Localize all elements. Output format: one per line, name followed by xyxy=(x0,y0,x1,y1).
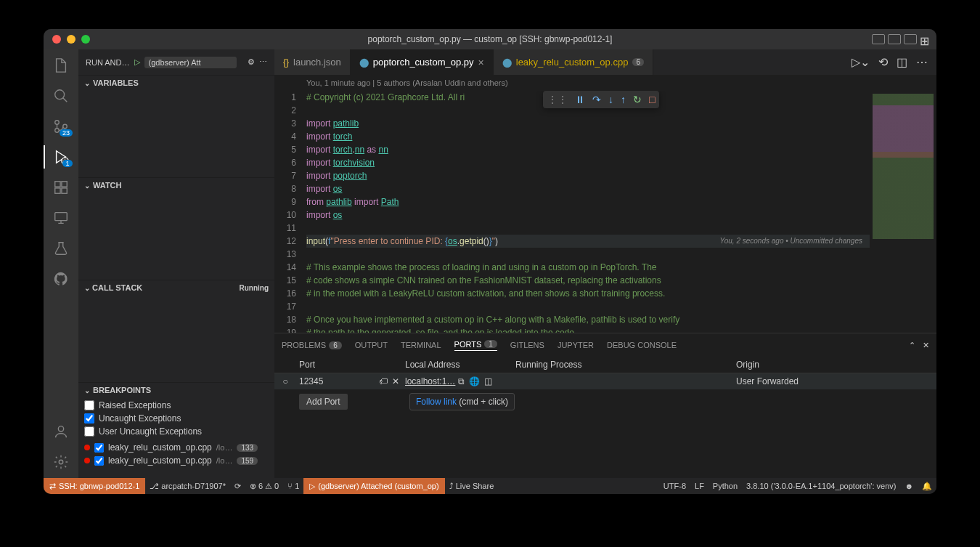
status-branch[interactable]: ⎇arcpatch-D71907* xyxy=(145,482,230,491)
svg-rect-9 xyxy=(55,213,68,221)
preview-icon[interactable]: ◫ xyxy=(484,376,492,386)
tab-actions: ▷⌄ ⟲ ◫ ⋯ xyxy=(852,49,936,75)
tab-problems[interactable]: PROBLEMS6 xyxy=(282,341,342,349)
status-bell-icon[interactable]: 🔔 xyxy=(918,482,936,491)
layout-controls: ⊞ xyxy=(872,34,929,44)
add-port-button[interactable]: Add Port xyxy=(299,394,348,410)
status-live-share[interactable]: ⤴Live Share xyxy=(445,482,499,490)
checkbox[interactable] xyxy=(84,413,94,424)
checkbox[interactable] xyxy=(84,400,94,410)
breakpoint-check[interactable]: Uncaught Exceptions xyxy=(78,412,274,425)
close-window-icon[interactable] xyxy=(52,35,61,44)
svg-rect-6 xyxy=(55,188,60,193)
layout-sidebar-right-icon[interactable] xyxy=(904,34,917,44)
label-icon[interactable]: 🏷 xyxy=(379,376,388,386)
tab-terminal[interactable]: TERMINAL xyxy=(401,341,441,349)
split-editor-icon[interactable]: ◫ xyxy=(897,55,907,69)
maximize-panel-icon[interactable]: ⌃ xyxy=(909,341,915,350)
stop-icon[interactable]: □ xyxy=(649,94,655,105)
explorer-icon[interactable] xyxy=(52,57,70,74)
sidebar-title: RUN AND… xyxy=(86,58,130,67)
zoom-window-icon[interactable] xyxy=(81,35,90,44)
watch-header[interactable]: ⌄WATCH xyxy=(78,178,274,193)
accounts-icon[interactable] xyxy=(52,423,70,440)
status-feedback-icon[interactable]: ☻ xyxy=(900,482,918,491)
gear-icon[interactable]: ⚙ xyxy=(248,57,255,67)
status-eol[interactable]: LF xyxy=(690,482,709,491)
status-lang[interactable]: Python xyxy=(709,482,742,491)
status-errors[interactable]: ⊗6 ⚠0 xyxy=(245,482,283,491)
testing-icon[interactable] xyxy=(52,240,70,257)
tab-jupyter[interactable]: JUPYTER xyxy=(558,341,594,349)
local-address-link[interactable]: localhost:1… xyxy=(405,376,455,386)
editor-tab[interactable]: ⬤leaky_relu_custom_op.cpp6 xyxy=(494,49,653,75)
run-debug-icon[interactable]: 1 xyxy=(52,148,70,166)
checkbox[interactable] xyxy=(94,443,104,453)
modified-badge: 6 xyxy=(632,58,644,66)
close-panel-icon[interactable]: ✕ xyxy=(923,341,929,350)
variables-header[interactable]: ⌄VARIABLES xyxy=(78,76,274,90)
debug-config-select[interactable]: (gdbserver) Att xyxy=(144,57,237,68)
restart-icon[interactable]: ↻ xyxy=(633,94,642,105)
more-actions-icon[interactable]: ⋯ xyxy=(916,55,928,69)
diff-icon[interactable]: ⟲ xyxy=(878,55,888,69)
window-title: poptorch_custom_op.py — custom_op [SSH: … xyxy=(368,34,613,44)
remove-port-icon[interactable]: ✕ xyxy=(392,376,399,386)
breakpoint-item[interactable]: leaky_relu_custom_op.cpp/lo…159 xyxy=(78,454,274,467)
editor-tab[interactable]: {}launch.json xyxy=(274,49,351,75)
port-row[interactable]: ○ 12345🏷✕ localhost:1…⧉🌐◫ User Forwarded xyxy=(274,373,936,389)
svg-rect-5 xyxy=(55,182,60,187)
search-icon[interactable] xyxy=(52,87,70,105)
github-icon[interactable] xyxy=(52,270,70,288)
tab-output[interactable]: OUTPUT xyxy=(355,341,388,349)
checkbox[interactable] xyxy=(94,456,104,466)
callstack-header[interactable]: ⌄ CALL STACK Running xyxy=(78,280,274,295)
remote-icon: ⇄ xyxy=(49,482,56,491)
main-area: 23 1 RUN AND… ▷ (gdbserver) Att ⌄ ⚙ ⋯ ⌄V… xyxy=(44,49,936,478)
tab-debug-console[interactable]: DEBUG CONSOLE xyxy=(607,341,677,349)
status-forks[interactable]: ⑂1 xyxy=(283,482,303,490)
remote-explorer-icon[interactable] xyxy=(52,209,70,227)
layout-panel-icon[interactable] xyxy=(888,34,901,44)
line-gutter: 12345678910111213141516171819 xyxy=(274,91,306,333)
breakpoint-check[interactable]: User Uncaught Exceptions xyxy=(78,425,274,438)
status-sync[interactable]: ⟳ xyxy=(230,482,245,491)
sync-icon: ⟳ xyxy=(234,482,241,491)
copy-icon[interactable]: ⧉ xyxy=(458,376,465,386)
status-debug[interactable]: ▷(gdbserver) Attached (custom_op) xyxy=(303,478,444,494)
breakpoint-dot-icon xyxy=(84,445,90,450)
checkbox[interactable] xyxy=(84,426,94,437)
breakpoint-check[interactable]: Raised Exceptions xyxy=(78,399,274,412)
breakpoint-item[interactable]: leaky_relu_custom_op.cpp/lo…133 xyxy=(78,441,274,454)
minimap[interactable] xyxy=(870,91,936,333)
close-tab-icon[interactable]: × xyxy=(478,57,484,68)
minimize-window-icon[interactable] xyxy=(67,35,75,44)
code-content[interactable]: # Copyright (c) 2021 Graphcore Ltd. All … xyxy=(306,91,870,333)
start-debug-icon[interactable]: ▷ xyxy=(134,57,140,67)
live-share-icon: ⤴ xyxy=(449,482,454,490)
step-over-icon[interactable]: ↷ xyxy=(592,94,601,105)
layout-sidebar-left-icon[interactable] xyxy=(872,34,885,44)
status-interpreter[interactable]: 3.8.10 ('3.0.0-EA.1+1104_poptorch': venv… xyxy=(742,482,900,491)
run-dropdown-icon[interactable]: ▷⌄ xyxy=(852,55,870,69)
drag-handle-icon[interactable]: ⋮⋮ xyxy=(547,94,568,105)
layout-customize-icon[interactable]: ⊞ xyxy=(920,34,929,44)
settings-gear-icon[interactable] xyxy=(52,453,70,471)
tab-gitlens[interactable]: GITLENS xyxy=(510,341,544,349)
step-out-icon[interactable]: ↑ xyxy=(621,94,626,105)
svg-point-1 xyxy=(55,121,60,125)
watch-section: ⌄WATCH xyxy=(78,177,274,280)
status-remote[interactable]: ⇄SSH: gbnwp-pod012-1 xyxy=(44,478,145,494)
more-icon[interactable]: ⋯ xyxy=(259,57,267,67)
pause-icon[interactable]: ⏸ xyxy=(575,94,585,105)
breakpoints-header[interactable]: ⌄BREAKPOINTS xyxy=(78,383,274,397)
extensions-icon[interactable] xyxy=(52,179,70,196)
tab-ports[interactable]: PORTS1 xyxy=(454,340,497,351)
editor-tab[interactable]: ⬤poptorch_custom_op.py× xyxy=(351,49,494,75)
source-control-icon[interactable]: 23 xyxy=(52,118,70,135)
status-encoding[interactable]: UTF-8 xyxy=(659,482,690,491)
col-addr: Local Address xyxy=(405,360,515,370)
step-into-icon[interactable]: ↓ xyxy=(608,94,613,105)
code-editor[interactable]: ⋮⋮ ⏸ ↷ ↓ ↑ ↻ □ 1234567891011121314151617… xyxy=(274,91,936,333)
globe-icon[interactable]: 🌐 xyxy=(469,376,480,386)
